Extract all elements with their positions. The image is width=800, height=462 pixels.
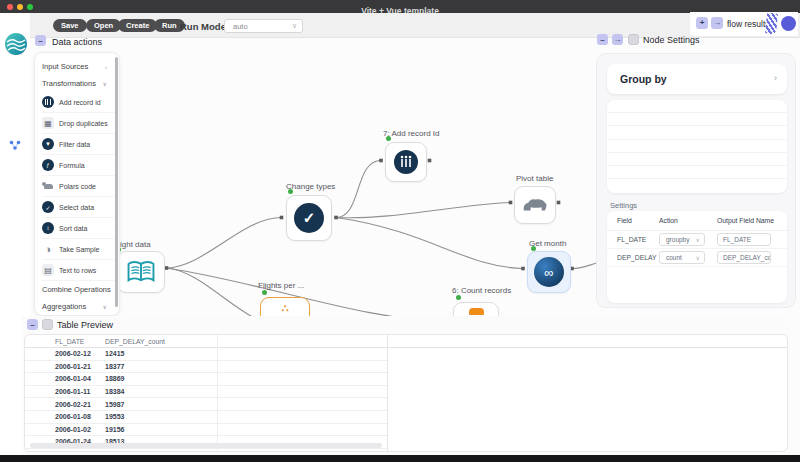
sidebar-item[interactable]: ▤ Text to rows	[42, 260, 115, 281]
port[interactable]	[509, 201, 513, 205]
table-row[interactable]: 2006-01-21 18377	[25, 361, 387, 374]
minimize-window-button[interactable]	[17, 4, 23, 10]
open-panel-button[interactable]: →	[612, 34, 623, 45]
field-item[interactable]	[608, 100, 786, 113]
sidebar-scrollbar[interactable]	[115, 57, 118, 307]
panel-checkbox[interactable]	[42, 319, 53, 330]
sort-data-icon: ↕	[42, 222, 54, 234]
sidebar-item[interactable]: Aggregations ∨	[42, 298, 115, 315]
close-window-button[interactable]	[7, 4, 13, 10]
create-button[interactable]: Create	[118, 19, 157, 32]
group-by-card[interactable]: Group by ›	[607, 64, 787, 94]
run-mode-label: Run Mode:	[180, 21, 229, 32]
field-item[interactable]	[608, 113, 786, 126]
sidebar-item[interactable]: Transformations ∨	[42, 75, 115, 92]
sidebar-item[interactable]: ◑ Take Sample	[42, 239, 115, 260]
field-item[interactable]	[608, 153, 786, 166]
table-row[interactable]: 2006-01-02 19156	[25, 424, 387, 437]
field-list	[607, 100, 787, 193]
table-row[interactable]: 2006-01-04 18869	[25, 373, 387, 386]
text-to-rows-icon: ▤	[42, 264, 54, 276]
scatter-icon: ∴	[282, 302, 289, 315]
node-status-dot	[288, 189, 293, 194]
open-flow-result-button[interactable]: →	[711, 17, 723, 29]
panel-title: Data actions	[52, 37, 102, 47]
port[interactable]	[557, 201, 561, 205]
panel-title: Node Settings	[643, 35, 700, 45]
formula-loop-icon: ∞	[534, 257, 564, 287]
titlebar: Vite + Vue template	[0, 0, 800, 13]
field-item[interactable]	[608, 126, 786, 139]
check-circle-icon: ✓	[294, 203, 324, 233]
port[interactable]	[165, 266, 169, 270]
action-select[interactable]: count ∨	[659, 251, 705, 264]
table-preview-body: FL_DATE DEP_DELAY_count 2006-02-12 12415…	[24, 334, 788, 452]
chevron-down-icon: ∨	[696, 252, 700, 264]
field-item[interactable]	[608, 166, 786, 179]
node-flight-data[interactable]	[117, 251, 165, 293]
node-change-types[interactable]: ✓	[286, 195, 332, 241]
sidebar-item[interactable]: ▼ Filter data	[42, 134, 115, 155]
table-row[interactable]: 2006-01-11 18384	[25, 386, 387, 399]
field-item[interactable]	[608, 179, 786, 192]
sidebar-item[interactable]: Input Sources ›	[42, 58, 115, 75]
user-circle-button[interactable]	[781, 16, 796, 31]
sidebar-item[interactable]: ↕ Sort data	[42, 218, 115, 239]
sidebar-item[interactable]: Add record id	[42, 92, 115, 113]
node-label: 6: Count records	[452, 286, 511, 295]
collapse-panel-button[interactable]: –	[597, 34, 608, 45]
port[interactable]	[428, 159, 432, 163]
formula-icon: ƒ	[42, 159, 54, 171]
node-settings-body: Group by › Settings Field Action Output …	[596, 53, 796, 308]
node-get-month[interactable]: ∞	[527, 251, 571, 293]
output-field-input[interactable]: FL_DATE	[717, 233, 771, 246]
chevron-right-icon: ›	[774, 73, 777, 83]
node-pivot-table[interactable]	[514, 186, 556, 224]
table-right-border	[387, 335, 388, 452]
data-actions-list: Input Sources › Transformations ∨ Add re…	[34, 52, 120, 316]
sidebar-item[interactable]: ✓ Select data	[42, 197, 115, 218]
sidebar-item[interactable]: Polars code	[42, 176, 115, 197]
output-field-input[interactable]: DEP_DELAY_count	[717, 251, 771, 264]
zoom-window-button[interactable]	[27, 4, 33, 10]
add-record-id-icon	[42, 96, 54, 108]
app-logo	[4, 32, 28, 56]
save-button[interactable]: Save	[53, 19, 87, 32]
table-preview-panel: – Table Preview FL_DATE DEP_DELAY_count …	[22, 316, 790, 455]
table-row[interactable]: 2006-02-21 15987	[25, 398, 387, 411]
collapse-panel-button[interactable]: –	[27, 319, 38, 330]
sidebar-item[interactable]: ▦ Drop duplicates	[42, 113, 115, 134]
node-label: Flights per ...	[258, 281, 304, 290]
sidebar-item[interactable]: ƒ Formula	[42, 155, 115, 176]
node-label: Change types	[286, 182, 335, 191]
polars-bear-icon	[42, 180, 54, 192]
add-flow-result-button[interactable]: +	[696, 17, 708, 29]
field-item[interactable]	[608, 140, 786, 153]
horizontal-scrollbar[interactable]	[30, 443, 382, 448]
preview-table-header: FL_DATE DEP_DELAY_count	[25, 335, 787, 348]
polars-bear-icon	[520, 195, 550, 215]
table-row[interactable]: 2006-01-08 19553	[25, 411, 387, 424]
node-add-record-id[interactable]	[385, 142, 427, 182]
port[interactable]	[521, 267, 525, 271]
take-sample-icon: ◑	[42, 243, 54, 255]
table-row[interactable]: 2006-02-12 12415	[25, 348, 387, 361]
port[interactable]	[379, 159, 383, 163]
sidebar-item[interactable]: Combine Operations ›	[42, 281, 115, 298]
collapse-panel-button[interactable]: –	[35, 35, 46, 46]
panel-checkbox[interactable]	[628, 34, 639, 45]
count-icon	[469, 308, 484, 315]
node-settings-panel: – → Node Settings Group by › Settings Fi…	[592, 30, 798, 315]
settings-row: DEP_DELAY count ∨ DEP_DELAY_count	[607, 249, 787, 267]
filter-data-icon: ▼	[42, 138, 54, 150]
drop-duplicates-icon: ▦	[42, 117, 54, 129]
open-button[interactable]: Open	[86, 19, 121, 32]
record-id-icon	[393, 149, 419, 175]
action-select[interactable]: groupby ∨	[659, 233, 705, 246]
port[interactable]	[334, 216, 338, 220]
column-divider	[217, 335, 218, 452]
run-mode-select[interactable]: auto ∨	[224, 19, 303, 33]
port[interactable]	[280, 216, 284, 220]
flow-graph-icon[interactable]	[9, 140, 21, 151]
node-label: 7: Add record Id	[383, 129, 439, 138]
